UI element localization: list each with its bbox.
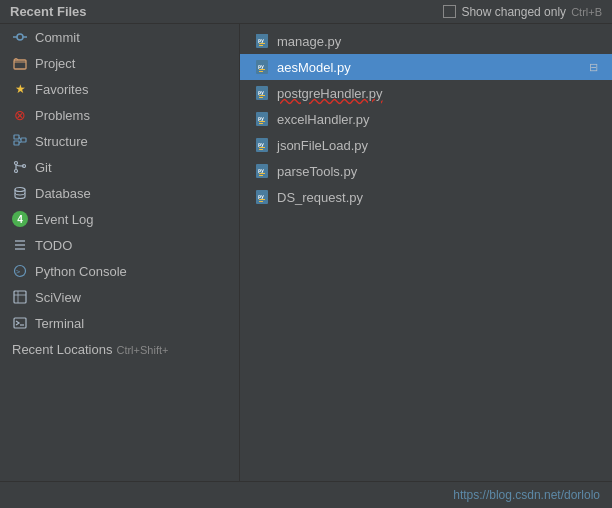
python-file-icon: py bbox=[254, 189, 270, 205]
structure-icon bbox=[12, 133, 28, 149]
file-name: jsonFileLoad.py bbox=[277, 138, 368, 153]
sidebar-item-database[interactable]: Database bbox=[0, 180, 239, 206]
recent-locations-shortcut: Ctrl+Shift+ bbox=[116, 344, 168, 356]
sidebar-item-eventlog[interactable]: 4 Event Log bbox=[0, 206, 239, 232]
sidebar-item-label: Database bbox=[35, 186, 91, 201]
header-controls: Show changed only Ctrl+B bbox=[443, 5, 602, 19]
favorites-icon: ★ bbox=[12, 81, 28, 97]
sidebar-item-label: Project bbox=[35, 56, 75, 71]
project-icon bbox=[12, 55, 28, 71]
sidebar-item-label: SciView bbox=[35, 290, 81, 305]
commit-icon bbox=[12, 29, 28, 45]
svg-rect-47 bbox=[259, 173, 265, 174]
sidebar-item-favorites[interactable]: ★ Favorites bbox=[0, 76, 239, 102]
svg-rect-19 bbox=[14, 291, 26, 303]
file-item-aesmodel-py[interactable]: py aesModel.py ⊟ bbox=[240, 54, 612, 80]
svg-rect-51 bbox=[259, 199, 265, 200]
python-console-icon: >_ bbox=[12, 263, 28, 279]
file-name: parseTools.py bbox=[277, 164, 357, 179]
svg-point-10 bbox=[15, 170, 18, 173]
file-item-manage-py[interactable]: py manage.py bbox=[240, 28, 612, 54]
python-file-icon: py bbox=[254, 111, 270, 127]
python-file-icon: py bbox=[254, 59, 270, 75]
sidebar-item-structure[interactable]: Structure bbox=[0, 128, 239, 154]
header: Recent Files Show changed only Ctrl+B bbox=[0, 0, 612, 24]
file-item-parsetools-py[interactable]: py parseTools.py bbox=[240, 158, 612, 184]
sciview-icon bbox=[12, 289, 28, 305]
show-changed-label: Show changed only bbox=[461, 5, 566, 19]
svg-text:py: py bbox=[258, 141, 264, 148]
svg-rect-28 bbox=[259, 45, 263, 46]
svg-point-9 bbox=[15, 162, 18, 165]
footer: https://blog.csdn.net/dorlolo bbox=[0, 481, 612, 508]
sidebar-item-label: TODO bbox=[35, 238, 72, 253]
svg-rect-52 bbox=[259, 201, 263, 202]
file-item-postgrehandler-py[interactable]: py postgreHandler.py bbox=[240, 80, 612, 106]
checkbox-box bbox=[443, 5, 456, 18]
svg-rect-36 bbox=[259, 97, 263, 98]
svg-rect-40 bbox=[259, 123, 263, 124]
sidebar-item-label: Problems bbox=[35, 108, 90, 123]
recent-locations[interactable]: Recent Locations Ctrl+Shift+ bbox=[0, 336, 239, 363]
sidebar-item-terminal[interactable]: Terminal bbox=[0, 310, 239, 336]
svg-rect-31 bbox=[259, 69, 265, 70]
sidebar: Commit Project ★ Favorites ⊗ Problems St… bbox=[0, 24, 240, 481]
svg-rect-43 bbox=[259, 147, 265, 148]
svg-rect-39 bbox=[259, 121, 265, 122]
footer-url: https://blog.csdn.net/dorlolo bbox=[453, 488, 600, 502]
show-changed-shortcut: Ctrl+B bbox=[571, 6, 602, 18]
diff-icon: ⊟ bbox=[589, 61, 598, 74]
show-changed-checkbox[interactable]: Show changed only Ctrl+B bbox=[443, 5, 602, 19]
file-item-jsonfileload-py[interactable]: py jsonFileLoad.py bbox=[240, 132, 612, 158]
sidebar-item-label: Structure bbox=[35, 134, 88, 149]
sidebar-item-commit[interactable]: Commit bbox=[0, 24, 239, 50]
file-name: DS_request.py bbox=[277, 190, 363, 205]
svg-text:>_: >_ bbox=[16, 268, 25, 276]
svg-rect-44 bbox=[259, 149, 263, 150]
sidebar-item-label: Favorites bbox=[35, 82, 88, 97]
terminal-icon bbox=[12, 315, 28, 331]
svg-rect-27 bbox=[259, 43, 265, 44]
file-item-excelhandler-py[interactable]: py excelHandler.py bbox=[240, 106, 612, 132]
database-icon bbox=[12, 185, 28, 201]
svg-rect-32 bbox=[259, 71, 263, 72]
sidebar-item-python-console[interactable]: >_ Python Console bbox=[0, 258, 239, 284]
sidebar-item-label: Event Log bbox=[35, 212, 94, 227]
file-item-ds-request-py[interactable]: py DS_request.py bbox=[240, 184, 612, 210]
svg-rect-3 bbox=[14, 60, 26, 69]
svg-rect-48 bbox=[259, 175, 263, 176]
svg-point-13 bbox=[15, 188, 25, 192]
svg-text:py: py bbox=[258, 115, 264, 122]
sidebar-item-git[interactable]: Git bbox=[0, 154, 239, 180]
svg-text:py: py bbox=[258, 167, 264, 174]
python-file-icon: py bbox=[254, 85, 270, 101]
sidebar-item-label: Terminal bbox=[35, 316, 84, 331]
file-name: postgreHandler.py bbox=[277, 86, 383, 101]
file-name: manage.py bbox=[277, 34, 341, 49]
file-list: py manage.py py aesModel.py ⊟ bbox=[240, 24, 612, 481]
svg-point-0 bbox=[17, 34, 23, 40]
sidebar-item-project[interactable]: Project bbox=[0, 50, 239, 76]
sidebar-item-label: Git bbox=[35, 160, 52, 175]
python-file-icon: py bbox=[254, 163, 270, 179]
sidebar-item-label: Python Console bbox=[35, 264, 127, 279]
panel-title: Recent Files bbox=[10, 4, 87, 19]
sidebar-item-label: Commit bbox=[35, 30, 80, 45]
svg-text:py: py bbox=[258, 193, 264, 200]
main-container: Commit Project ★ Favorites ⊗ Problems St… bbox=[0, 24, 612, 481]
svg-text:py: py bbox=[258, 89, 264, 96]
recent-locations-label: Recent Locations bbox=[12, 342, 112, 357]
svg-rect-4 bbox=[14, 135, 19, 139]
python-file-icon: py bbox=[254, 33, 270, 49]
svg-text:py: py bbox=[258, 37, 264, 44]
git-icon bbox=[12, 159, 28, 175]
sidebar-item-problems[interactable]: ⊗ Problems bbox=[0, 102, 239, 128]
todo-icon bbox=[12, 237, 28, 253]
svg-rect-6 bbox=[21, 138, 26, 142]
eventlog-icon: 4 bbox=[12, 211, 28, 227]
sidebar-item-sciview[interactable]: SciView bbox=[0, 284, 239, 310]
sidebar-item-todo[interactable]: TODO bbox=[0, 232, 239, 258]
svg-text:py: py bbox=[258, 63, 264, 70]
file-name: aesModel.py bbox=[277, 60, 351, 75]
svg-rect-5 bbox=[14, 141, 19, 145]
